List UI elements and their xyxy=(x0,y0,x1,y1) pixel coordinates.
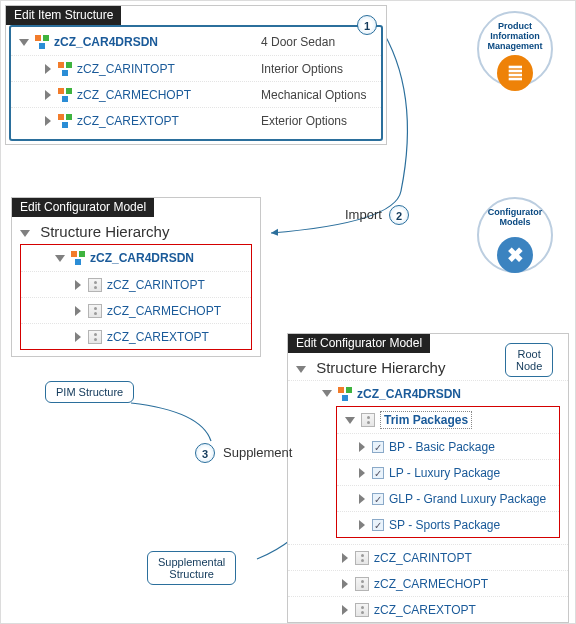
tree-row[interactable]: ✓ LP - Luxury Package xyxy=(337,459,559,485)
panel-edit-item-structure: Edit Item Structure zCZ_CAR4DRSDN 4 Door… xyxy=(5,5,387,145)
panel-header: Edit Item Structure xyxy=(6,6,121,25)
configurator-badge: Configurator Models ✖ xyxy=(477,197,553,273)
chevron-right-icon[interactable] xyxy=(359,494,365,504)
item-tree: zCZ_CAR4DRSDN 4 Door Sedan zCZ_CARINTOPT… xyxy=(9,25,383,141)
chevron-down-icon[interactable] xyxy=(19,39,29,46)
structure-hierarchy-title: Structure Hierarchy xyxy=(12,217,260,244)
tree-row[interactable]: ✓ GLP - Grand Luxury Package xyxy=(337,485,559,511)
tree-row[interactable]: zCZ_CARINTOPT xyxy=(21,271,251,297)
tree-node-label: zCZ_CAREXTOPT xyxy=(77,114,179,128)
import-label: Import xyxy=(345,207,382,222)
chevron-right-icon[interactable] xyxy=(342,579,348,589)
checkbox-icon[interactable]: ✓ xyxy=(372,493,384,505)
tree-node-label: zCZ_CARMECHOPT xyxy=(77,88,191,102)
tree-node-label: BP - Basic Package xyxy=(389,440,495,454)
chevron-right-icon[interactable] xyxy=(342,605,348,615)
tree-node-label: zCZ_CARINTOPT xyxy=(107,278,205,292)
chevron-right-icon[interactable] xyxy=(45,64,51,74)
step-marker-1: 1 xyxy=(357,15,377,35)
chevron-right-icon[interactable] xyxy=(75,332,81,342)
tree-node-label: GLP - Grand Luxury Package xyxy=(389,492,546,506)
tree-node-label: zCZ_CAREXTOPT xyxy=(107,330,209,344)
component-icon xyxy=(361,413,375,427)
tree-row[interactable]: zCZ_CARINTOPT Interior Options xyxy=(11,55,381,81)
blocks-icon xyxy=(338,387,352,401)
tree-node-desc: Interior Options xyxy=(251,62,381,76)
step-marker-3: 3 xyxy=(195,443,215,463)
tree-row[interactable]: Trim Packages xyxy=(337,407,559,433)
checkbox-icon[interactable]: ✓ xyxy=(372,519,384,531)
chevron-down-icon[interactable] xyxy=(20,230,30,237)
tree-node-label: LP - Luxury Package xyxy=(389,466,500,480)
barcode-icon: ≣ xyxy=(497,55,533,91)
callout-pim-structure: PIM Structure xyxy=(45,381,134,403)
blocks-icon xyxy=(58,114,72,128)
tree-row[interactable]: zCZ_CARMECHOPT xyxy=(288,570,568,596)
supplemental-structure-box: Trim Packages ✓ BP - Basic Package ✓ LP … xyxy=(336,406,560,538)
chevron-down-icon[interactable] xyxy=(322,390,332,397)
tree-root-row[interactable]: zCZ_CAR4DRSDN 4 Door Sedan xyxy=(11,29,381,55)
tools-icon: ✖ xyxy=(497,237,533,273)
chevron-down-icon[interactable] xyxy=(296,366,306,373)
chevron-right-icon[interactable] xyxy=(45,116,51,126)
component-icon xyxy=(88,330,102,344)
tree-row[interactable]: zCZ_CARMECHOPT Mechanical Options xyxy=(11,81,381,107)
tree-row[interactable]: zCZ_CARMECHOPT xyxy=(21,297,251,323)
tree-node-label: zCZ_CARINTOPT xyxy=(374,551,472,565)
pim-badge: Product Information Management ≣ xyxy=(477,11,553,87)
tree-node-label: zCZ_CARMECHOPT xyxy=(107,304,221,318)
chevron-right-icon[interactable] xyxy=(359,468,365,478)
checkbox-icon[interactable]: ✓ xyxy=(372,441,384,453)
tree-row[interactable]: ✓ SP - Sports Package xyxy=(337,511,559,537)
tree-node-desc: 4 Door Sedan xyxy=(251,35,381,49)
chevron-right-icon[interactable] xyxy=(45,90,51,100)
panel-header: Edit Configurator Model xyxy=(12,198,154,217)
blocks-icon xyxy=(71,251,85,265)
chevron-right-icon[interactable] xyxy=(75,280,81,290)
tree-row[interactable]: zCZ_CAREXTOPT Exterior Options xyxy=(11,107,381,133)
panel-configurator-model-a: Edit Configurator Model Structure Hierar… xyxy=(11,197,261,357)
tree-node-desc: Mechanical Options xyxy=(251,88,381,102)
tree-node-label: zCZ_CAR4DRSDN xyxy=(54,35,158,49)
component-icon xyxy=(355,603,369,617)
panel-header: Edit Configurator Model xyxy=(288,334,430,353)
callout-supplemental-structure: Supplemental Structure xyxy=(147,551,236,585)
tree-node-label: zCZ_CARMECHOPT xyxy=(374,577,488,591)
blocks-icon xyxy=(58,88,72,102)
chevron-right-icon[interactable] xyxy=(359,520,365,530)
blocks-icon xyxy=(58,62,72,76)
pim-structure-box: zCZ_CAR4DRSDN zCZ_CARINTOPT zCZ_CARMECHO… xyxy=(20,244,252,350)
tree-node-label: zCZ_CARINTOPT xyxy=(77,62,175,76)
tree-root-row[interactable]: zCZ_CAR4DRSDN xyxy=(21,245,251,271)
tree-row[interactable]: zCZ_CARINTOPT xyxy=(288,544,568,570)
blocks-icon xyxy=(35,35,49,49)
tree-row[interactable]: ✓ BP - Basic Package xyxy=(337,433,559,459)
component-icon xyxy=(88,304,102,318)
tree-node-desc: Exterior Options xyxy=(251,114,381,128)
callout-root-node: Root Node xyxy=(505,343,553,377)
step-marker-2: 2 xyxy=(389,205,409,225)
tree-row[interactable]: zCZ_CAREXTOPT xyxy=(288,596,568,622)
tree-node-label: zCZ_CAR4DRSDN xyxy=(90,251,194,265)
chevron-right-icon[interactable] xyxy=(342,553,348,563)
checkbox-icon[interactable]: ✓ xyxy=(372,467,384,479)
chevron-down-icon[interactable] xyxy=(55,255,65,262)
tree-node-label: SP - Sports Package xyxy=(389,518,500,532)
supplement-label: Supplement xyxy=(223,445,292,460)
component-icon xyxy=(355,551,369,565)
tree-root-row[interactable]: zCZ_CAR4DRSDN xyxy=(288,380,568,406)
trim-packages-node: Trim Packages xyxy=(380,411,472,429)
tree-node-label: zCZ_CAR4DRSDN xyxy=(357,387,461,401)
tree-node-label: zCZ_CAREXTOPT xyxy=(374,603,476,617)
diagram-canvas: Edit Item Structure zCZ_CAR4DRSDN 4 Door… xyxy=(0,0,576,624)
chevron-right-icon[interactable] xyxy=(75,306,81,316)
component-icon xyxy=(88,278,102,292)
chevron-right-icon[interactable] xyxy=(359,442,365,452)
tree-row[interactable]: zCZ_CAREXTOPT xyxy=(21,323,251,349)
chevron-down-icon[interactable] xyxy=(345,417,355,424)
component-icon xyxy=(355,577,369,591)
